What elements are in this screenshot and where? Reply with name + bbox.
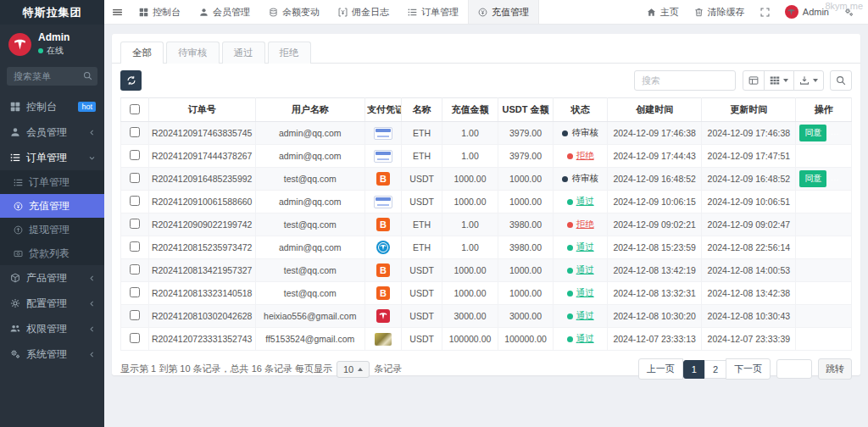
approve-button[interactable]: 同意 bbox=[799, 170, 826, 187]
table-row: R2024120813323140518test@qq.comUSDT1000.… bbox=[121, 282, 852, 305]
tesla-logo-icon bbox=[787, 8, 795, 16]
sidebar-item-config[interactable]: 配置管理 bbox=[0, 291, 104, 316]
checkbox-cell bbox=[121, 328, 149, 351]
created-time-cell: 2024-12-09 10:06:15 bbox=[608, 191, 702, 214]
table-row: R2024120917463835745admin@qq.comETH1.003… bbox=[121, 122, 852, 145]
username-cell: admin@qq.com bbox=[255, 122, 364, 145]
jump-page-input[interactable] bbox=[776, 359, 812, 379]
next-page-button[interactable]: 下一页 bbox=[726, 358, 771, 380]
nav-tab-recharge[interactable]: 充值管理 bbox=[468, 0, 539, 24]
row-checkbox[interactable] bbox=[130, 333, 140, 343]
refresh-button[interactable] bbox=[120, 70, 142, 91]
payment-proof-thumbnail[interactable] bbox=[376, 218, 390, 231]
refresh-icon bbox=[126, 75, 136, 86]
payment-proof-thumbnail[interactable] bbox=[376, 309, 390, 323]
sidebar-item-system[interactable]: 系统管理 bbox=[0, 341, 104, 367]
dashboard-icon bbox=[10, 102, 20, 112]
status-label: 通过 bbox=[576, 287, 594, 299]
page-size-dropdown[interactable]: 10 bbox=[337, 361, 370, 378]
sidebar-item-dashboard[interactable]: 控制台hot bbox=[0, 94, 104, 119]
payment-proof-thumbnail[interactable] bbox=[374, 150, 392, 163]
export-icon bbox=[799, 75, 810, 86]
page-number-buttons: 12 bbox=[683, 360, 726, 379]
nav-tab-dashboard[interactable]: 控制台 bbox=[130, 0, 190, 24]
sidebar-item-product[interactable]: 产品管理 bbox=[0, 265, 104, 291]
home-link[interactable]: 主页 bbox=[639, 0, 687, 24]
chevLeft-icon bbox=[88, 129, 96, 136]
sidebar-item-member[interactable]: 会员管理 bbox=[0, 119, 104, 145]
row-checkbox[interactable] bbox=[130, 241, 140, 252]
chevLeft-icon bbox=[88, 351, 96, 358]
row-checkbox[interactable] bbox=[130, 219, 140, 229]
withdraw-icon bbox=[14, 225, 23, 235]
sidebar-item-loan[interactable]: 贷款列表 bbox=[0, 241, 104, 265]
sidebar-item-order-list[interactable]: 订单管理 bbox=[0, 170, 104, 194]
row-checkbox[interactable] bbox=[130, 310, 140, 320]
sidebar-submenu: 订单管理充值管理提现管理贷款列表 bbox=[0, 170, 104, 265]
payment-proof-thumbnail[interactable] bbox=[376, 241, 390, 254]
status-dot-icon bbox=[567, 199, 573, 205]
updated-time-cell: 2024-12-08 10:30:43 bbox=[702, 305, 796, 328]
filter-tab-3[interactable]: 拒绝 bbox=[268, 42, 311, 64]
user-name: Admin bbox=[38, 31, 70, 43]
usdt-amount-cell: 3980.00 bbox=[498, 214, 554, 236]
checkbox-cell bbox=[121, 282, 149, 305]
amount-cell: 1.00 bbox=[442, 122, 498, 145]
created-time-cell: 2024-12-08 13:32:31 bbox=[608, 282, 702, 305]
page-button-1[interactable]: 1 bbox=[683, 360, 705, 379]
actions-cell bbox=[796, 328, 852, 351]
created-time-cell: 2024-12-08 13:42:19 bbox=[608, 259, 702, 282]
filter-tab-2[interactable]: 通过 bbox=[222, 42, 265, 64]
payment-proof-thumbnail[interactable] bbox=[374, 127, 392, 140]
column-header-6: 状态 bbox=[554, 98, 608, 122]
updated-time-cell: 2024-12-09 16:48:52 bbox=[702, 168, 796, 191]
payment-proof-thumbnail[interactable] bbox=[376, 172, 390, 186]
nav-tab-order[interactable]: 订单管理 bbox=[398, 0, 468, 24]
page-button-2[interactable]: 2 bbox=[704, 360, 726, 379]
prev-page-button[interactable]: 上一页 bbox=[638, 358, 683, 380]
created-time-cell: 2024-12-09 17:44:43 bbox=[608, 145, 702, 168]
proof-cell bbox=[364, 168, 401, 191]
status-badge: 通过 bbox=[567, 241, 594, 253]
payment-proof-thumbnail[interactable] bbox=[375, 333, 392, 346]
status-cell: 拒绝 bbox=[554, 214, 608, 236]
approve-button[interactable]: 同意 bbox=[799, 125, 826, 141]
column-header-8: 更新时间 bbox=[702, 98, 796, 122]
sidebar-item-order[interactable]: 订单管理 bbox=[0, 145, 104, 170]
updated-time-cell: 2024-12-09 17:47:51 bbox=[702, 145, 796, 168]
jump-button[interactable]: 跳转 bbox=[818, 358, 852, 380]
payment-proof-thumbnail[interactable] bbox=[376, 263, 390, 277]
columns-button[interactable] bbox=[764, 70, 794, 91]
clear-cache-link[interactable]: 清除缓存 bbox=[687, 0, 753, 24]
select-all-checkbox[interactable] bbox=[130, 104, 140, 114]
search-button[interactable] bbox=[830, 70, 852, 91]
brand-title: 特斯拉集团 bbox=[0, 0, 104, 25]
payment-proof-thumbnail[interactable] bbox=[374, 196, 392, 208]
row-checkbox[interactable] bbox=[130, 127, 140, 137]
nav-tab-balance[interactable]: 余额变动 bbox=[259, 0, 329, 24]
sidebar-item-permission[interactable]: 权限管理 bbox=[0, 316, 104, 341]
filter-tab-0[interactable]: 全部 bbox=[120, 42, 164, 64]
row-checkbox[interactable] bbox=[130, 150, 140, 160]
gear-icon bbox=[10, 298, 20, 308]
filter-tab-1[interactable]: 待审核 bbox=[166, 42, 220, 64]
row-checkbox[interactable] bbox=[130, 264, 140, 274]
nav-tab-member[interactable]: 会员管理 bbox=[190, 0, 259, 24]
table-search-input[interactable] bbox=[634, 70, 736, 91]
summary-prefix: 显示第 1 到第 10 条记录，总共 16 条记录 每页显示 bbox=[120, 363, 332, 375]
export-button[interactable] bbox=[793, 70, 824, 91]
nav-tab-commission-log[interactable]: 佣金日志 bbox=[329, 0, 398, 24]
payment-proof-thumbnail[interactable] bbox=[376, 286, 390, 300]
row-checkbox[interactable] bbox=[130, 196, 140, 206]
sidebar-toggle-button[interactable] bbox=[104, 0, 130, 24]
row-checkbox[interactable] bbox=[130, 287, 140, 297]
sidebar-item-withdraw[interactable]: 提现管理 bbox=[0, 218, 104, 241]
cogs-icon bbox=[10, 349, 20, 359]
proof-cell bbox=[364, 191, 401, 214]
row-checkbox[interactable] bbox=[130, 173, 140, 183]
fullscreen-button[interactable] bbox=[753, 0, 777, 24]
column-header-3: 名称 bbox=[401, 98, 442, 122]
sidebar-item-recharge[interactable]: 充值管理 bbox=[0, 194, 104, 218]
toggle-view-button[interactable] bbox=[743, 70, 765, 91]
column-header-7: 创建时间 bbox=[608, 98, 702, 122]
